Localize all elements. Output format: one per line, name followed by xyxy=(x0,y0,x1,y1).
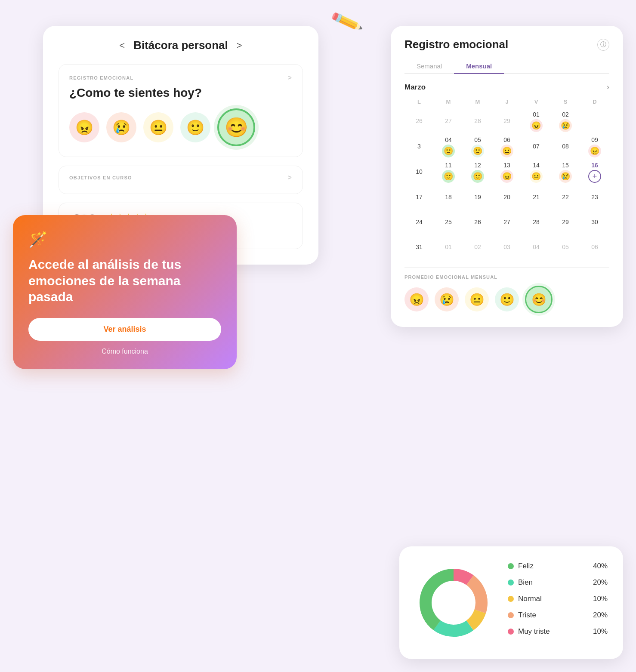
registro-section: REGISTRO EMOCIONAL > ¿Como te sientes ho… xyxy=(59,64,303,157)
registro-question: ¿Como te sientes hoy? xyxy=(69,86,292,100)
table-row xyxy=(580,109,609,134)
legend-triste: Triste 20% xyxy=(508,611,608,620)
tab-row: Semanal Mensual xyxy=(404,59,609,74)
table-row: 22 xyxy=(551,185,580,210)
ver-analisis-button[interactable]: Ver análisis xyxy=(28,318,221,341)
wand-icon: 🪄 xyxy=(28,231,48,249)
objetivos-chevron[interactable]: > xyxy=(287,174,292,182)
legend-name-feliz: Feliz xyxy=(518,562,586,570)
legend-name-normal: Normal xyxy=(518,595,586,603)
table-row: 30 xyxy=(580,210,609,234)
table-row: 28 xyxy=(463,109,492,134)
calendar-nav: Marzo › xyxy=(404,83,609,92)
legend-normal: Normal 10% xyxy=(508,595,608,603)
donut-chart xyxy=(415,564,492,641)
weekday-m2: M xyxy=(463,97,492,107)
table-row[interactable]: 11 🙂 xyxy=(434,160,463,185)
table-row[interactable]: 09 😠 xyxy=(580,135,609,159)
objetivos-section[interactable]: OBJETIVOS EN CURSO > xyxy=(59,166,303,194)
deco-pencil-icon: ✏️ xyxy=(329,5,364,39)
cal-emoji: 😢 xyxy=(559,170,572,183)
svg-point-6 xyxy=(432,581,475,624)
legend-feliz: Feliz 40% xyxy=(508,562,608,570)
legend-pct-bien: 20% xyxy=(590,578,608,587)
cal-emoji: 😠 xyxy=(588,145,601,157)
table-row: 19 xyxy=(463,185,492,210)
table-row: 24 xyxy=(404,210,434,234)
promedio-emoji-2: 😢 xyxy=(435,287,459,311)
como-funciona-button[interactable]: Cómo funciona xyxy=(28,348,221,355)
table-row[interactable]: 3 xyxy=(404,135,434,159)
prev-arrow[interactable]: < xyxy=(119,40,125,51)
calendar-days: 26 27 28 29 01 😠 02 😢 3 04 🙂 05 xyxy=(404,109,609,259)
table-row: 26 xyxy=(404,109,434,134)
table-row: 06 xyxy=(580,235,609,259)
registro-emocional-header: Registro emocional ⓘ xyxy=(404,38,609,51)
weekday-j: J xyxy=(492,97,522,107)
legend-pct-feliz: 40% xyxy=(590,562,608,570)
emoji-selector: 😠 😢 😐 🙂 😊 xyxy=(69,108,292,146)
table-row[interactable]: 05 🙂 xyxy=(463,135,492,159)
table-row[interactable]: 02 😢 xyxy=(551,109,580,134)
weekday-m1: M xyxy=(434,97,463,107)
table-row: 20 xyxy=(492,185,522,210)
table-row: 31 xyxy=(404,235,434,259)
tab-semanal[interactable]: Semanal xyxy=(404,59,454,74)
table-row: 05 xyxy=(551,235,580,259)
emoji-neutral[interactable]: 😐 xyxy=(143,112,173,142)
legend-muy-triste: Muy triste 10% xyxy=(508,627,608,636)
table-row[interactable]: 08 xyxy=(551,135,580,159)
table-row: 27 xyxy=(434,109,463,134)
promedio-emoji-5: 😊 xyxy=(525,286,553,313)
calendar-weekdays: L M M J V S D xyxy=(404,97,609,107)
table-row: 23 xyxy=(580,185,609,210)
donut-chart-card: Feliz 40% Bien 20% Normal 10% Triste 20%… xyxy=(399,546,623,659)
table-row[interactable]: 13 😠 xyxy=(492,160,522,185)
promedio-section: PROMEDIO EMOCIONAL MENSUAL 😠 😢 😐 🙂 😊 xyxy=(404,267,609,313)
table-row[interactable]: 12 🙂 xyxy=(463,160,492,185)
promedio-emojis: 😠 😢 😐 🙂 😊 xyxy=(404,286,609,313)
registro-emocional-title: Registro emocional xyxy=(404,38,508,51)
legend-name-bien: Bien xyxy=(518,578,586,587)
table-row: 18 xyxy=(434,185,463,210)
emoji-sad[interactable]: 😢 xyxy=(106,112,136,142)
cal-emoji: 🙂 xyxy=(471,170,484,183)
legend-pct-normal: 10% xyxy=(590,595,608,603)
legend-pct-muy-triste: 10% xyxy=(590,627,608,636)
cal-emoji: 😠 xyxy=(500,170,513,183)
weekday-s: S xyxy=(551,97,580,107)
legend-dot-feliz xyxy=(508,563,514,569)
promo-card: 🪄 Accede al análisis de tus emociones de… xyxy=(13,215,237,369)
calendar-next[interactable]: › xyxy=(607,83,609,92)
table-row: 27 xyxy=(492,210,522,234)
registro-label: REGISTRO EMOCIONAL > xyxy=(69,74,292,82)
weekday-l: L xyxy=(404,97,434,107)
cal-emoji: 😠 xyxy=(530,119,543,132)
info-icon[interactable]: ⓘ xyxy=(597,39,609,51)
table-row[interactable]: 07 xyxy=(522,135,551,159)
table-row[interactable]: 16 + xyxy=(580,160,609,185)
table-row[interactable]: 01 😠 xyxy=(522,109,551,134)
table-row[interactable]: 15 😢 xyxy=(551,160,580,185)
registro-chevron[interactable]: > xyxy=(287,74,292,82)
table-row: 29 xyxy=(551,210,580,234)
legend-dot-triste xyxy=(508,612,514,618)
cal-emoji: 😐 xyxy=(500,145,513,157)
table-row[interactable]: 04 🙂 xyxy=(434,135,463,159)
legend-bien: Bien 20% xyxy=(508,578,608,587)
table-row: 02 xyxy=(463,235,492,259)
tab-mensual[interactable]: Mensual xyxy=(454,59,504,74)
emoji-happy[interactable]: 😊 xyxy=(217,108,255,146)
table-row: 04 xyxy=(522,235,551,259)
promedio-emoji-1: 😠 xyxy=(404,287,429,311)
table-row[interactable]: 06 😐 xyxy=(492,135,522,159)
add-day-button[interactable]: + xyxy=(588,170,601,183)
promo-text: Accede al análisis de tus emociones de l… xyxy=(28,256,221,305)
legend-name-triste: Triste xyxy=(518,611,586,620)
emoji-good[interactable]: 🙂 xyxy=(180,112,210,142)
emoji-very-sad[interactable]: 😠 xyxy=(69,112,99,142)
weekday-d: D xyxy=(580,97,609,107)
bitacora-title: Bitácora personal xyxy=(133,39,228,52)
next-arrow[interactable]: > xyxy=(237,40,242,51)
table-row[interactable]: 14 😐 xyxy=(522,160,551,185)
